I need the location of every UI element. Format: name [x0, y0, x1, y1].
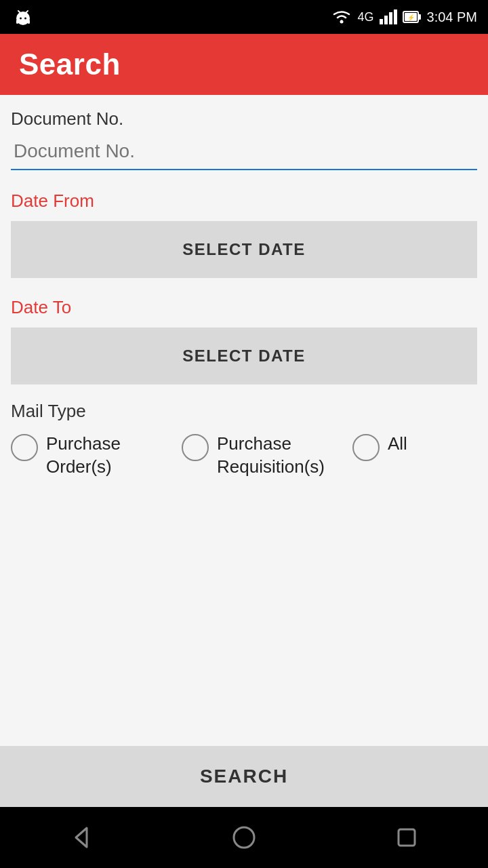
- network-indicator: 4G: [358, 10, 374, 24]
- search-bottom-bar: SEARCH: [0, 746, 488, 807]
- svg-line-4: [18, 11, 20, 13]
- svg-rect-11: [389, 12, 392, 24]
- status-bar-left: [11, 5, 35, 29]
- document-no-input[interactable]: [11, 134, 477, 170]
- nav-recents-button[interactable]: [392, 823, 422, 852]
- app-notification-icon: [11, 5, 35, 29]
- mail-type-label: Mail Type: [11, 401, 477, 422]
- page-title: Search: [19, 47, 121, 81]
- radio-purchase-orders[interactable]: Purchase Order(s): [11, 433, 155, 479]
- home-icon: [229, 823, 259, 852]
- radio-label-purchase-orders: Purchase Order(s): [46, 433, 155, 479]
- svg-rect-9: [380, 19, 383, 24]
- wifi-icon: [331, 9, 352, 25]
- svg-point-3: [24, 18, 26, 20]
- radio-label-all: All: [388, 433, 407, 456]
- battery-icon: ⚡: [403, 9, 422, 24]
- svg-point-2: [20, 18, 22, 20]
- search-button[interactable]: SEARCH: [0, 746, 488, 807]
- back-icon: [66, 823, 96, 852]
- svg-point-18: [234, 827, 254, 848]
- nav-back-button[interactable]: [66, 823, 96, 852]
- radio-circle-all: [352, 434, 380, 461]
- mail-type-radio-group: Purchase Order(s) Purchase Requisition(s…: [11, 433, 477, 479]
- radio-label-purchase-requisitions: Purchase Requisition(s): [217, 433, 325, 479]
- svg-rect-19: [399, 829, 415, 846]
- nav-home-button[interactable]: [229, 823, 259, 852]
- radio-circle-purchase-orders: [11, 434, 38, 461]
- document-no-label: Document No.: [11, 108, 477, 130]
- svg-rect-12: [394, 9, 397, 24]
- main-content: Document No. Date From SELECT DATE Date …: [0, 95, 488, 746]
- svg-rect-7: [28, 20, 30, 24]
- status-bar-right: 4G ⚡ 3:04 PM: [331, 9, 478, 25]
- radio-all[interactable]: All: [352, 433, 407, 461]
- status-bar: 4G ⚡ 3:04 PM: [0, 0, 488, 34]
- radio-purchase-requisitions[interactable]: Purchase Requisition(s): [182, 433, 325, 479]
- toolbar: Search: [0, 34, 488, 95]
- svg-rect-6: [16, 20, 18, 24]
- svg-marker-17: [76, 828, 87, 847]
- status-time: 3:04 PM: [427, 9, 477, 25]
- date-to-label: Date To: [11, 297, 477, 318]
- svg-point-8: [340, 20, 343, 24]
- date-from-button[interactable]: SELECT DATE: [11, 221, 477, 278]
- date-from-label: Date From: [11, 191, 477, 212]
- svg-line-5: [26, 11, 28, 13]
- svg-text:⚡: ⚡: [407, 14, 415, 22]
- recents-icon: [392, 823, 422, 852]
- date-to-button[interactable]: SELECT DATE: [11, 328, 477, 384]
- radio-circle-purchase-requisitions: [182, 434, 209, 461]
- svg-rect-10: [384, 16, 388, 24]
- nav-bar: [0, 807, 488, 868]
- svg-rect-14: [418, 14, 421, 20]
- signal-icon: [380, 9, 397, 24]
